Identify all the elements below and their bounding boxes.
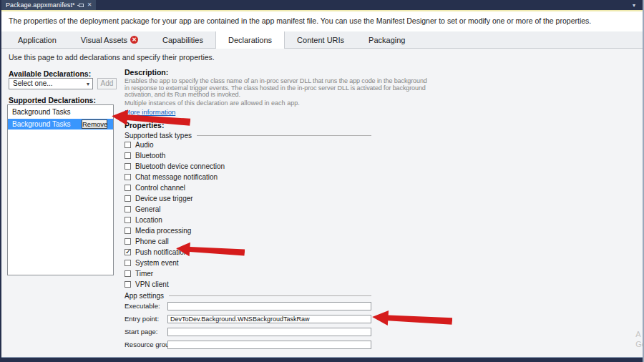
document-tab-bar: Package.appxmanifest* ✕ ▾: [1, 0, 643, 10]
task-type-checkbox[interactable]: [125, 217, 131, 223]
designer-tab[interactable]: Visual Assets ✕: [69, 31, 150, 48]
field-row: Start page:: [125, 327, 371, 336]
task-type-checkbox[interactable]: [125, 249, 131, 255]
task-type-label: Device use trigger: [135, 195, 193, 202]
task-type-row: Phone call: [125, 236, 371, 247]
task-type-label: Timer: [135, 270, 153, 278]
multiple-instances-note: Multiple instances of this declaration a…: [125, 99, 300, 107]
annotation-arrow-entry-point: [371, 308, 452, 331]
designer-tab-label: Application: [18, 36, 57, 44]
field-row: Entry point:: [125, 314, 371, 323]
page-hint: Use this page to add declarations and sp…: [9, 53, 215, 62]
designer-tab-strip: Application ✕ Visual Assets ✕ Capabiliti…: [1, 31, 643, 49]
task-type-label: Control channel: [135, 184, 185, 192]
field-label: Entry point:: [125, 315, 167, 323]
pin-icon[interactable]: [79, 4, 84, 7]
document-tab[interactable]: Package.appxmanifest* ✕: [1, 0, 96, 10]
field-label: Resource group:: [125, 341, 167, 348]
task-type-row: Media processing: [125, 225, 371, 236]
watermark-line: A: [635, 329, 644, 339]
list-item[interactable]: Background Tasks Remove: [8, 107, 113, 118]
annotation-arrow-supported-declaration: [111, 107, 191, 132]
task-type-label: Bluetooth device connection: [135, 162, 225, 170]
task-type-label: System event: [135, 259, 179, 267]
supported-task-types-group: Supported task types: [125, 132, 371, 140]
group-divider: [197, 135, 371, 136]
designer-tab[interactable]: Packaging ✕: [356, 31, 417, 48]
description-line: activation, and its Run method is invoke…: [125, 92, 427, 99]
chevron-down-icon[interactable]: ▾: [633, 2, 635, 9]
intro-text: The properties of the deployment package…: [9, 16, 591, 25]
declaration-select-value: Select one...: [13, 79, 53, 87]
field-input[interactable]: [167, 315, 371, 323]
task-type-checkbox[interactable]: [125, 142, 131, 148]
task-type-checkbox[interactable]: [125, 185, 131, 191]
close-icon[interactable]: ✕: [87, 2, 92, 8]
task-type-row: System event: [125, 258, 371, 268]
status-bar: [1, 357, 643, 362]
task-type-checkbox[interactable]: [125, 270, 131, 277]
designer-tab[interactable]: Capabilities ✕: [150, 31, 215, 48]
list-item[interactable]: Background Tasks Remove: [8, 119, 113, 129]
chevron-down-icon: ▾: [87, 79, 89, 89]
task-type-checkbox[interactable]: [125, 152, 131, 159]
supported-task-types-label: Supported task types: [125, 132, 192, 140]
task-type-row: Bluetooth device connection: [125, 161, 371, 172]
task-type-label: General: [135, 205, 161, 213]
task-type-label: Bluetooth: [135, 152, 165, 160]
list-item-label: Background Tasks: [12, 120, 71, 128]
field-row: Resource group:: [125, 340, 371, 349]
task-type-label: VPN client: [135, 280, 169, 288]
intro-band: The properties of the deployment package…: [1, 11, 643, 31]
description-paragraph: Enables the app to specify the class nam…: [125, 78, 427, 99]
field-row: Executable:: [125, 301, 371, 310]
task-type-checkbox[interactable]: [125, 260, 131, 266]
task-type-checkbox[interactable]: [125, 228, 131, 234]
supported-declarations-label: Supported Declarations:: [9, 96, 96, 104]
task-type-row: Chat message notification: [125, 172, 371, 182]
app-settings-fields: Executable: Entry point: Start page: Res…: [125, 301, 371, 353]
task-type-row: VPN client: [125, 279, 371, 290]
watermark-line: Go: [635, 339, 644, 349]
task-type-checkbox[interactable]: [125, 206, 131, 212]
document-tab-title: Package.appxmanifest*: [6, 0, 75, 10]
description-heading: Description:: [125, 68, 168, 77]
field-input[interactable]: [167, 302, 371, 310]
remove-button[interactable]: Remove: [82, 119, 107, 129]
group-divider: [169, 295, 371, 296]
task-type-list: Audio Bluetooth Bluetooth device connect…: [125, 140, 371, 290]
task-type-row: Audio: [125, 140, 371, 150]
task-type-row: Location: [125, 215, 371, 225]
field-label: Executable:: [125, 302, 167, 310]
designer-tab-label: Packaging: [369, 36, 405, 44]
watermark: A Go: [635, 329, 644, 349]
designer-tab-label: Visual Assets: [81, 36, 127, 44]
available-declarations-label: Available Declarations:: [9, 69, 91, 78]
declaration-select-dropdown[interactable]: Select one... ▾: [9, 78, 93, 89]
supported-declarations-list: Background Tasks Remove Background Tasks…: [7, 104, 114, 275]
app-settings-group: App settings: [125, 292, 371, 300]
task-type-checkbox[interactable]: [125, 195, 131, 202]
app-settings-label: App settings: [125, 292, 164, 300]
field-input[interactable]: [167, 341, 371, 349]
task-type-label: Chat message notification: [135, 173, 218, 181]
manifest-designer-window: Package.appxmanifest* ✕ ▾ The properties…: [0, 0, 644, 362]
designer-tab-label: Declarations: [228, 36, 272, 44]
designer-tab-label: Content URIs: [297, 36, 344, 44]
designer-tab[interactable]: Content URIs ✕: [285, 31, 356, 48]
task-type-checkbox[interactable]: [125, 238, 131, 245]
designer-tab[interactable]: Application ✕: [6, 31, 69, 48]
error-icon: ✕: [130, 36, 138, 44]
task-type-label: Audio: [135, 141, 154, 149]
field-input[interactable]: [167, 328, 371, 336]
task-type-checkbox[interactable]: [125, 281, 131, 288]
designer-tab-label: Capabilities: [162, 36, 203, 44]
add-button[interactable]: Add: [97, 78, 117, 89]
task-type-checkbox[interactable]: [125, 174, 131, 180]
designer-tab[interactable]: Declarations ✕: [215, 31, 285, 49]
task-type-checkbox[interactable]: [125, 163, 131, 170]
task-type-label: Media processing: [135, 227, 191, 235]
task-type-row: Push notification: [125, 247, 371, 258]
task-type-row: Bluetooth: [125, 150, 371, 161]
field-label: Start page:: [125, 328, 167, 336]
